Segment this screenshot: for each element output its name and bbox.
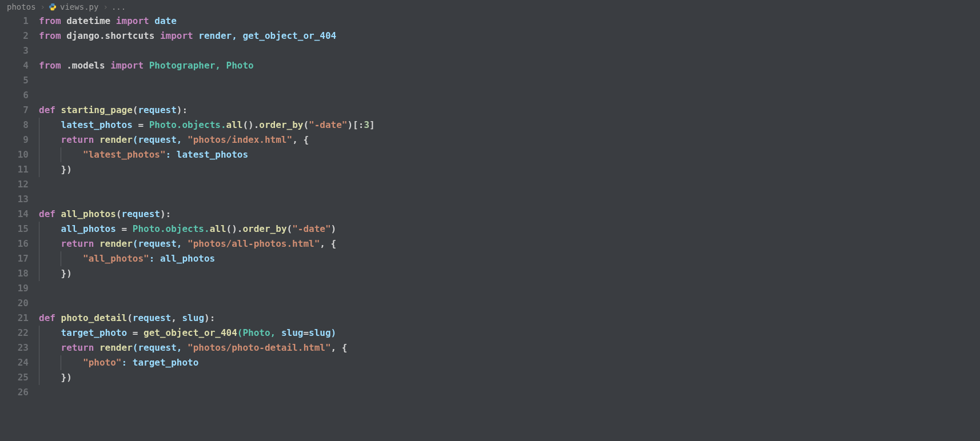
code-line[interactable]: from django.shortcuts import render, get… [39, 29, 980, 43]
code-line[interactable] [39, 73, 980, 88]
punctuation: , { [292, 134, 309, 145]
code-line[interactable]: all_photos = Photo.objects.all().order_b… [39, 222, 980, 236]
code-line[interactable]: }) [39, 266, 980, 281]
code-line[interactable]: from datetime import date [39, 14, 980, 29]
line-number: 12 [0, 177, 29, 192]
keyword: from [39, 15, 61, 26]
line-number-gutter: 1 2 3 4 5 6 7 8 9 10 11 12 13 14 15 16 1… [0, 14, 39, 400]
code-line[interactable]: "all_photos": all_photos [39, 251, 980, 266]
line-number: 11 [0, 162, 29, 177]
punctuation: ] [369, 119, 375, 130]
code-line[interactable] [39, 281, 980, 296]
code-line[interactable] [39, 43, 980, 58]
code-line[interactable]: return render(request, "photos/all-photo… [39, 236, 980, 251]
expression: Photo.objects. [127, 223, 210, 234]
keyword: def [39, 105, 55, 115]
indent-guide [39, 147, 39, 162]
code-line[interactable]: return render(request, "photos/photo-det… [39, 340, 980, 355]
indent-guide [39, 162, 39, 177]
code-editor[interactable]: 1 2 3 4 5 6 7 8 9 10 11 12 13 14 15 16 1… [0, 14, 980, 400]
function: render [99, 134, 133, 145]
line-number: 5 [0, 73, 29, 88]
keyword: from [39, 60, 61, 71]
code-line[interactable]: return render(request, "photos/index.htm… [39, 133, 980, 147]
line-number: 20 [0, 296, 29, 311]
code-line[interactable]: }) [39, 370, 980, 385]
space [138, 327, 144, 338]
chevron-right-icon: › [103, 2, 107, 11]
code-line[interactable]: def all_photos(request): [39, 207, 980, 222]
indent-guide [39, 133, 39, 147]
line-number: 23 [0, 340, 29, 355]
breadcrumb-symbol[interactable]: ... [111, 2, 126, 11]
code-line[interactable]: "latest_photos": latest_photos [39, 147, 980, 162]
identifier: date [149, 15, 177, 26]
indent [39, 342, 61, 353]
punctuation: ): [160, 209, 171, 219]
operator: = [133, 327, 138, 338]
punctuation: ): [204, 312, 215, 323]
expression: : all_photos [149, 253, 216, 264]
identifier: render, get_object_or_404 [193, 30, 336, 41]
breadcrumb[interactable]: photos › views.py › ... [0, 0, 980, 14]
punctuation: }) [39, 268, 72, 279]
keyword: import [160, 30, 193, 41]
punctuation: ( [133, 105, 138, 115]
function: order_by [259, 119, 303, 130]
punctuation: }) [39, 164, 72, 175]
line-number: 18 [0, 266, 29, 281]
punctuation: ( [127, 312, 133, 323]
code-line[interactable] [39, 88, 980, 103]
keyword: return [61, 342, 94, 353]
line-number: 3 [0, 43, 29, 58]
code-line[interactable]: "photo": target_photo [39, 355, 980, 370]
keyword: def [39, 209, 55, 219]
punctuation: ( [287, 223, 293, 234]
code-line[interactable] [39, 192, 980, 207]
punctuation: , [171, 312, 182, 323]
indent [39, 238, 61, 249]
code-line[interactable]: def starting_page(request): [39, 103, 980, 118]
code-line[interactable] [39, 177, 980, 192]
code-line[interactable]: target_photo = get_object_or_404(Photo, … [39, 326, 980, 340]
expression: (request, [133, 238, 188, 249]
punctuation: }) [39, 372, 72, 383]
punctuation: , { [320, 238, 336, 249]
operator: = [138, 119, 144, 130]
parameter: slug [182, 312, 204, 323]
module: django.shortcuts [61, 30, 160, 41]
indent-guide [39, 222, 39, 236]
punctuation: , { [331, 342, 348, 353]
kwarg: slug [281, 327, 304, 338]
string: "latest_photos" [83, 149, 166, 160]
keyword: from [39, 30, 61, 41]
keyword: import [116, 15, 149, 26]
string: "all_photos" [83, 253, 149, 264]
line-number: 19 [0, 281, 29, 296]
indent-guide [61, 147, 61, 162]
line-number: 7 [0, 103, 29, 118]
code-content[interactable]: from datetime import date from django.sh… [39, 14, 980, 400]
line-number: 24 [0, 355, 29, 370]
line-number: 15 [0, 222, 29, 236]
code-line[interactable]: def photo_detail(request, slug): [39, 311, 980, 326]
code-line[interactable] [39, 385, 980, 400]
code-line[interactable]: latest_photos = Photo.objects.all().orde… [39, 118, 980, 133]
string: "-date" [309, 119, 347, 130]
code-line[interactable] [39, 296, 980, 311]
string: "photo" [83, 357, 121, 368]
function: get_object_or_404 [144, 327, 237, 338]
code-line[interactable]: from .models import Photographer, Photo [39, 58, 980, 73]
identifier: all_photos [39, 223, 122, 234]
code-line[interactable]: }) [39, 162, 980, 177]
line-number: 25 [0, 370, 29, 385]
line-number: 26 [0, 385, 29, 400]
parameter: request [138, 105, 176, 115]
breadcrumb-folder[interactable]: photos [7, 2, 36, 11]
line-number: 4 [0, 58, 29, 73]
keyword: return [61, 134, 94, 145]
space [55, 312, 61, 323]
breadcrumb-file[interactable]: views.py [60, 2, 98, 11]
space [94, 238, 99, 249]
chevron-right-icon: › [41, 2, 45, 11]
